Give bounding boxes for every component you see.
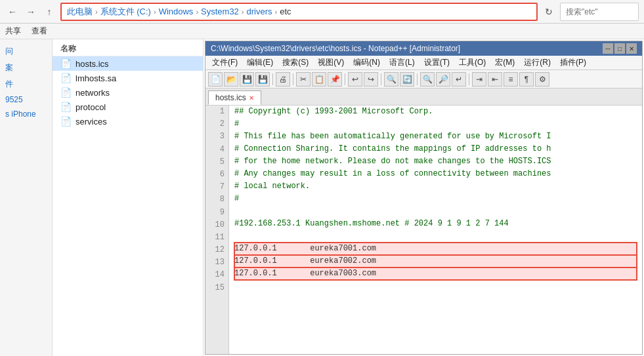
npp-menu-settings[interactable]: 设置(T) bbox=[420, 56, 454, 69]
code-line-15 bbox=[234, 280, 637, 292]
refresh-button[interactable]: ↻ bbox=[542, 5, 556, 19]
npp-tool-find[interactable]: 🔍 bbox=[384, 72, 398, 87]
npp-close-button[interactable]: ✕ bbox=[626, 43, 637, 54]
file-item-lmhosts[interactable]: 📄 lmhosts.sa bbox=[53, 71, 203, 85]
code-line-12: 127.0.0.1 eureka7001.com bbox=[234, 243, 637, 255]
npp-tool-wordwrap[interactable]: ↵ bbox=[452, 72, 466, 87]
npp-tool-zoom-out[interactable]: 🔎 bbox=[436, 72, 450, 87]
file-item-services[interactable]: 📄 services bbox=[53, 114, 203, 129]
npp-tool-outdent[interactable]: ⇤ bbox=[488, 72, 502, 87]
address-bar-row: ← → ↑ 此电脑 › 系统文件 (C:) › Windows › System… bbox=[0, 0, 644, 24]
npp-menu-run[interactable]: 运行(R) bbox=[520, 56, 555, 69]
code-line-1: ## Copyright (c) 1993-2001 Microsoft Cor… bbox=[234, 106, 637, 118]
npp-menu-view[interactable]: 视图(V) bbox=[314, 56, 348, 69]
line-num-11: 11 bbox=[209, 231, 225, 244]
npp-tool-extra2[interactable]: ¶ bbox=[519, 72, 534, 87]
npp-editor[interactable]: 1 2 3 4 5 6 7 8 9 10 11 12 13 14 15 bbox=[205, 106, 642, 354]
file-item-hosts-ics[interactable]: 📄 hosts.ics bbox=[53, 56, 203, 71]
npp-menu-tools[interactable]: 工具(O) bbox=[455, 56, 490, 69]
npp-tool-paste[interactable]: 📌 bbox=[328, 72, 342, 87]
npp-tool-print[interactable]: 🖨 bbox=[276, 72, 290, 87]
secondary-toolbar: 共享 查看 bbox=[0, 24, 644, 39]
file-name-protocol: protocol bbox=[75, 102, 106, 112]
file-icon-lmhosts: 📄 bbox=[60, 73, 72, 83]
file-icon-ics: 📄 bbox=[60, 58, 72, 69]
toolbar-view[interactable]: 查看 bbox=[32, 26, 47, 37]
npp-tool-replace[interactable]: 🔄 bbox=[400, 72, 414, 87]
toolbar-share[interactable]: 共享 bbox=[5, 26, 21, 37]
breadcrumb-item-system32[interactable]: System32 bbox=[201, 7, 239, 16]
sidebar-item-1[interactable]: 案 bbox=[3, 61, 49, 75]
breadcrumb-item-windows[interactable]: Windows bbox=[159, 7, 194, 16]
npp-menu-language[interactable]: 语言(L) bbox=[385, 56, 419, 69]
line-num-13: 13 bbox=[209, 256, 225, 269]
npp-titlebar: C:\Windows\System32\drivers\etc\hosts.ic… bbox=[205, 41, 642, 56]
line-num-12: 12 bbox=[209, 244, 225, 256]
npp-window-buttons: ─ □ ✕ bbox=[603, 43, 637, 54]
npp-tool-sep-3 bbox=[345, 73, 345, 85]
npp-menu-edit[interactable]: 编辑(E) bbox=[243, 56, 277, 69]
code-line-4: # Connection Sharing. It contains the ma… bbox=[234, 143, 637, 155]
code-line-7: # local network. bbox=[234, 180, 637, 193]
file-list-panel: 名称 📄 hosts.ics 📄 lmhosts.sa 📄 networks 📄… bbox=[53, 39, 204, 356]
code-line-13: 127.0.0.1 eureka7002.com bbox=[234, 255, 637, 267]
npp-tool-indent[interactable]: ⇥ bbox=[472, 72, 486, 87]
breadcrumb-item-c[interactable]: 系统文件 (C:) bbox=[100, 6, 151, 18]
npp-tool-undo[interactable]: ↩ bbox=[348, 72, 362, 87]
npp-tool-extra1[interactable]: ≡ bbox=[504, 72, 518, 87]
npp-tool-zoom-in[interactable]: 🔍 bbox=[420, 72, 435, 87]
file-name-services: services bbox=[75, 117, 107, 127]
breadcrumb-sep-1: › bbox=[95, 8, 98, 16]
file-item-networks[interactable]: 📄 networks bbox=[53, 85, 203, 100]
file-item-protocol[interactable]: 📄 protocol bbox=[53, 100, 203, 114]
breadcrumb-item-drivers[interactable]: drivers bbox=[247, 7, 272, 16]
line-num-2: 2 bbox=[209, 118, 225, 130]
npp-tool-new[interactable]: 📄 bbox=[208, 72, 223, 87]
npp-menu-macro[interactable]: 宏(M) bbox=[491, 56, 519, 69]
npp-maximize-button[interactable]: □ bbox=[614, 43, 625, 54]
back-button[interactable]: ← bbox=[5, 5, 20, 19]
forward-button[interactable]: → bbox=[24, 5, 38, 19]
npp-tool-sep-2 bbox=[293, 73, 293, 85]
sidebar-item-3[interactable]: 9525 bbox=[3, 94, 49, 106]
sidebar-left: 问 案 件 9525 s iPhone bbox=[0, 39, 53, 356]
npp-tool-extra3[interactable]: ⚙ bbox=[535, 72, 549, 87]
npp-minimize-button[interactable]: ─ bbox=[603, 43, 613, 54]
npp-tool-cut[interactable]: ✂ bbox=[296, 72, 311, 87]
sidebar-item-4[interactable]: s iPhone bbox=[3, 108, 49, 120]
code-line-9 bbox=[234, 205, 637, 218]
sidebar-item-0[interactable]: 问 bbox=[3, 45, 49, 58]
npp-menu-plugins[interactable]: 插件(P) bbox=[556, 56, 590, 69]
npp-menu-encoding[interactable]: 编码(N) bbox=[349, 56, 384, 69]
line-num-14: 14 bbox=[209, 269, 225, 281]
code-line-2: # bbox=[234, 118, 637, 130]
code-line-10: #192.168.253.1 Kuangshen.mshome.net # 20… bbox=[234, 218, 637, 230]
npp-tool-save[interactable]: 💾 bbox=[240, 72, 254, 87]
file-icon-networks: 📄 bbox=[60, 87, 72, 98]
code-line-5: # for the home network. Please do not ma… bbox=[234, 155, 637, 168]
breadcrumb-item-computer[interactable]: 此电脑 bbox=[67, 6, 93, 18]
npp-tab-close-button[interactable]: ✕ bbox=[249, 94, 254, 102]
breadcrumb-bar[interactable]: 此电脑 › 系统文件 (C:) › Windows › System32 › d… bbox=[60, 3, 538, 21]
line-num-9: 9 bbox=[209, 207, 225, 219]
npp-tool-saveall[interactable]: 💾 bbox=[255, 72, 270, 87]
file-icon-services: 📄 bbox=[60, 116, 72, 127]
up-button[interactable]: ↑ bbox=[42, 5, 56, 19]
npp-tool-open[interactable]: 📂 bbox=[224, 72, 238, 87]
line-num-3: 3 bbox=[209, 130, 225, 143]
notepad-window: C:\Windows\System32\drivers\etc\hosts.ic… bbox=[205, 41, 643, 355]
search-input[interactable] bbox=[560, 3, 639, 21]
npp-tab-hosts-ics[interactable]: hosts.ics ✕ bbox=[208, 90, 261, 105]
line-num-4: 4 bbox=[209, 144, 225, 156]
npp-menu-file[interactable]: 文件(F) bbox=[208, 56, 242, 69]
line-num-15: 15 bbox=[209, 282, 225, 294]
file-name-lmhosts: lmhosts.sa bbox=[75, 73, 116, 83]
npp-tool-copy[interactable]: 📋 bbox=[312, 72, 326, 87]
sidebar-item-2[interactable]: 件 bbox=[3, 77, 49, 91]
npp-tab-label: hosts.ics bbox=[215, 93, 246, 102]
npp-tool-redo[interactable]: ↪ bbox=[364, 72, 378, 87]
npp-menu-search[interactable]: 搜索(S) bbox=[278, 56, 312, 69]
editor-content[interactable]: ## Copyright (c) 1993-2001 Microsoft Cor… bbox=[229, 106, 642, 354]
line-num-6: 6 bbox=[209, 168, 225, 181]
line-num-1: 1 bbox=[209, 106, 225, 118]
